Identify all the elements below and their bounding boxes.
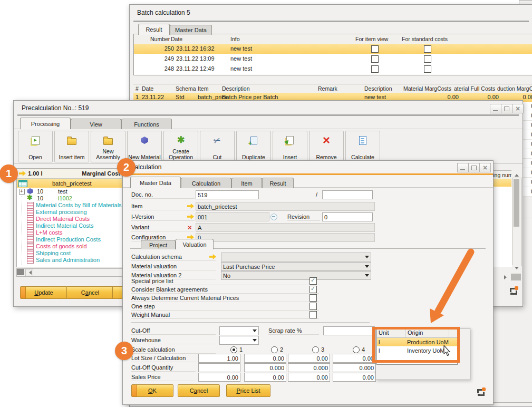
tab-processing[interactable]: Processing — [20, 118, 71, 129]
result-row[interactable]: 248 23.11.22 12:49 new test — [134, 64, 532, 74]
doc-no2-input[interactable] — [322, 190, 373, 199]
for-item-view-checkbox[interactable] — [371, 65, 379, 73]
scrollbar-thumb[interactable] — [511, 274, 521, 280]
for-standard-costs-checkbox[interactable] — [424, 55, 431, 63]
scrap-rate-input[interactable] — [323, 326, 375, 335]
weight-manual-checkbox[interactable] — [309, 311, 317, 318]
scale-radio-3[interactable] — [312, 346, 319, 353]
result-row[interactable]: 250 23.11.22 16:32 new test — [134, 44, 532, 54]
sales-price-input-2[interactable]: 0.00 — [244, 373, 286, 382]
toolbar-button-duplicate[interactable]: Duplicate — [236, 131, 271, 162]
maximize-button[interactable] — [501, 104, 512, 113]
scrollbar-thumb[interactable] — [17, 269, 24, 275]
tree-cost-item[interactable]: External processing — [17, 208, 123, 215]
scroll-left-button[interactable] — [25, 269, 33, 276]
minimize-button[interactable] — [457, 163, 469, 172]
tree-cost-item[interactable]: Indirect Production Costs — [17, 236, 123, 243]
cutoff-select[interactable] — [219, 326, 259, 335]
warehouse-select[interactable] — [219, 336, 259, 345]
close-button[interactable]: × — [479, 163, 491, 172]
sales-price-input-3[interactable]: 0.00 — [288, 373, 330, 382]
toolbar-button-cut[interactable]: Cut — [200, 131, 235, 162]
scroll-right-button[interactable] — [502, 274, 510, 280]
tab-functions[interactable]: Functions — [121, 119, 172, 129]
tree-cost-item[interactable]: Sales and Administration — [17, 256, 123, 263]
cancel-button[interactable]: Cancel — [66, 286, 114, 299]
toolbar-button-new-material[interactable]: New Material — [127, 131, 162, 162]
toolbar-button-insert[interactable]: Insert — [273, 131, 307, 162]
scrollbar-thumb[interactable] — [514, 179, 519, 227]
always-determine-current-material-prices-checkbox[interactable] — [309, 294, 317, 302]
for-standard-costs-checkbox[interactable] — [424, 65, 431, 73]
for-item-view-checkbox[interactable] — [371, 45, 379, 53]
lot-size-input-3[interactable]: 0.00 — [288, 354, 330, 363]
expand-plus-icon[interactable] — [19, 189, 25, 195]
variant-field[interactable]: A — [196, 223, 375, 232]
for-standard-costs-checkbox[interactable] — [424, 45, 431, 53]
lot-size-input-1[interactable]: 1.00 — [198, 354, 240, 363]
cutoff-qty-input-1[interactable] — [198, 363, 240, 372]
toolbar-button-insert-item[interactable]: Insert item — [54, 131, 89, 162]
toolbar-button-new-assembly[interactable]: New Assembly — [91, 131, 125, 162]
revision-input[interactable]: 0 — [322, 212, 373, 221]
tree-operation-row[interactable]: 10 i1002 — [17, 195, 123, 201]
cutoff-qty-input-2[interactable]: 0.000 — [244, 363, 286, 372]
doc-no-input[interactable]: 519 — [196, 190, 259, 199]
tree-cost-item[interactable]: Material Costs by Bill of Materials — [17, 201, 123, 208]
right-vertical-scrollbar[interactable] — [512, 178, 522, 266]
sales-price-input-4[interactable]: 0.00 — [333, 373, 376, 382]
toolbar-button-open[interactable]: Open — [18, 131, 53, 162]
toolbar-button-calculate[interactable]: Calculate — [345, 131, 380, 162]
ok-button[interactable]: OK — [131, 384, 173, 397]
toolbar-button-create-operation[interactable]: Create Operation — [163, 131, 198, 162]
result-row[interactable]: 249 23.11.22 13:09 new test — [134, 54, 532, 64]
lot-size-input-2[interactable]: 0.00 — [244, 354, 286, 363]
one-step-checkbox[interactable] — [309, 303, 317, 310]
cutoff-qty-input-4[interactable]: 0.000 — [333, 363, 376, 372]
special-price-list-checkbox[interactable] — [309, 277, 317, 285]
tab-calc-item[interactable]: Item — [231, 178, 262, 188]
beas-corner-icon[interactable] — [477, 387, 486, 396]
tab-calc-result[interactable]: Result — [262, 178, 294, 188]
item-field[interactable]: batch_pricetest — [196, 202, 375, 211]
tree-root-row[interactable]: batch_pricetest — [17, 179, 123, 188]
tab-project[interactable]: Project — [141, 240, 176, 249]
sales-price-input-1[interactable]: 0.00 — [198, 373, 240, 382]
tab-result[interactable]: Result — [138, 24, 170, 35]
lot-size-input-4[interactable]: 0.00 — [333, 354, 376, 363]
scroll-up-button[interactable] — [512, 170, 521, 178]
tab-calc-master-data[interactable]: Master Data — [130, 177, 181, 188]
for-item-view-checkbox[interactable] — [371, 55, 379, 63]
tree-horizontal-scrollbar[interactable] — [16, 268, 124, 277]
tab-master-data[interactable]: Master Data — [170, 25, 212, 35]
i-version-field[interactable]: 001 — [196, 212, 269, 221]
tab-valuation[interactable]: Valuation — [176, 239, 214, 249]
update-button[interactable]: Update — [20, 286, 67, 299]
scroll-down-button[interactable] — [512, 265, 521, 273]
maximize-button[interactable] — [468, 163, 480, 172]
consider-blanket-agreements-checkbox[interactable] — [309, 286, 317, 293]
cutoff-qty-input-3[interactable]: 0.000 — [288, 363, 330, 372]
price-list-button[interactable]: Price List — [226, 384, 270, 397]
calculation-schema-select[interactable] — [221, 253, 371, 261]
link-arrow-icon[interactable] — [19, 171, 26, 176]
tab-calc-calculation[interactable]: Calculation — [181, 178, 231, 188]
scale-radio-1[interactable] — [230, 346, 237, 353]
tree-cost-item[interactable]: L+M costs — [17, 229, 123, 236]
toolbar-button-remove[interactable]: Remove — [309, 131, 344, 162]
tab-view[interactable]: View — [71, 119, 121, 129]
minimize-button[interactable] — [490, 104, 501, 113]
cancel-button[interactable]: Cancel — [178, 384, 220, 397]
close-button[interactable]: × — [512, 104, 524, 113]
material-valuation-select[interactable]: Last Purchase Price — [221, 262, 371, 271]
red-x-icon[interactable]: × — [188, 225, 192, 230]
scale-radio-2[interactable] — [271, 346, 278, 353]
tree-cost-item[interactable]: Shipping cost — [17, 249, 123, 256]
tree-cost-item[interactable]: Indirect Material Costs — [17, 222, 123, 229]
tree-cost-item[interactable]: Direct Material Costs — [17, 215, 123, 222]
tree-cost-item[interactable]: Costs of goods sold — [17, 243, 123, 249]
scale-radio-4[interactable] — [353, 346, 360, 353]
beas-corner-icon[interactable] — [510, 286, 518, 295]
configuration-field[interactable]: 0 — [196, 233, 375, 242]
tree-assembly-row[interactable]: 10 test — [17, 188, 123, 195]
